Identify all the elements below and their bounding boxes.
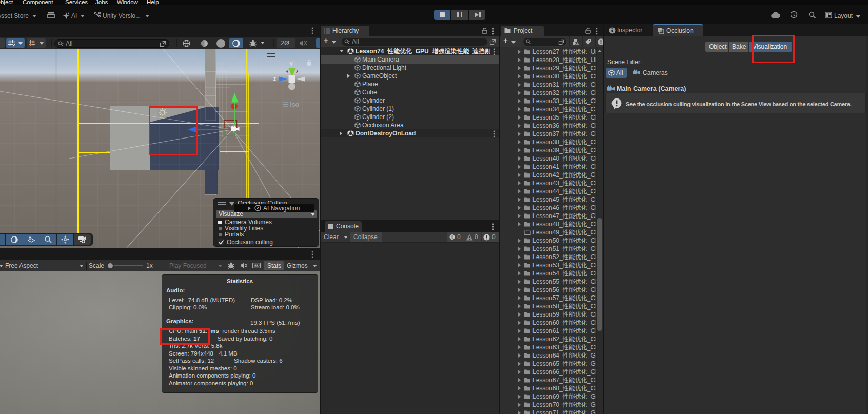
svg-text:z: z <box>273 76 276 82</box>
svg-text:y: y <box>290 60 293 66</box>
svg-text:Iso: Iso <box>290 101 299 108</box>
